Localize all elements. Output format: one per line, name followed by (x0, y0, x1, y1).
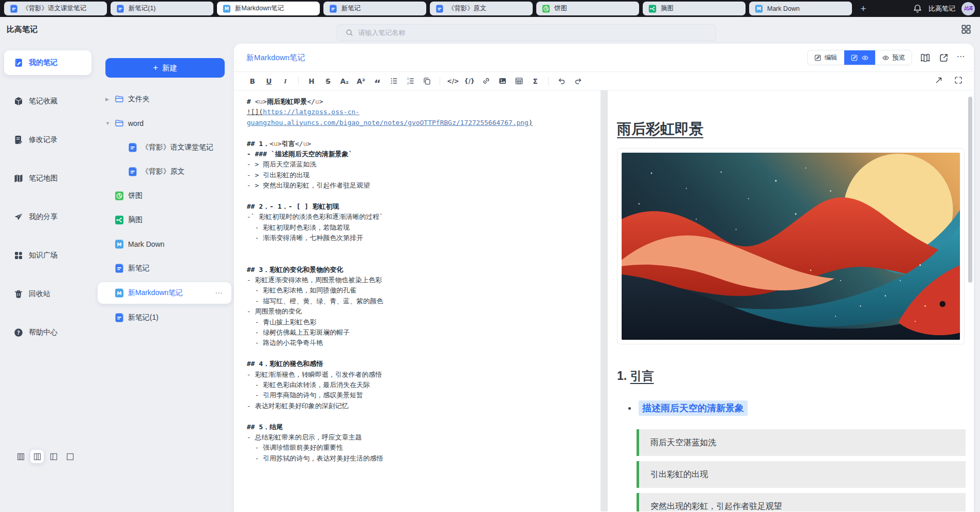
tab-label: 《背影》语文课堂笔记 (22, 4, 86, 13)
note-title: 新Markdown笔记 (246, 53, 305, 63)
sidebar-item-history[interactable]: 修改记录 (4, 127, 92, 152)
window-tab-6[interactable]: 脑图 (643, 2, 746, 15)
open-external-icon[interactable] (938, 52, 949, 63)
window-tab-5[interactable]: 饼图 (536, 2, 639, 15)
toolbar-right-controls (934, 76, 965, 86)
tree-item-8[interactable]: M新Markdown笔记⋯ (98, 282, 231, 304)
editor-line (247, 411, 601, 422)
redo-button[interactable] (571, 75, 585, 88)
tree-item-3[interactable]: 《背影》原文 (98, 161, 231, 182)
editor-scrollbar[interactable] (601, 90, 608, 511)
sidebar-item-send[interactable]: 我的分享 (4, 205, 92, 229)
sidebar-item-label: 我的笔记 (29, 58, 58, 67)
split-mode-button[interactable] (844, 50, 876, 65)
trash-icon (13, 289, 24, 299)
sidebar-item-notebook[interactable]: 我的笔记 (4, 50, 92, 75)
redo-icon (574, 77, 583, 85)
search-bar[interactable] (337, 24, 716, 41)
strikethrough-button[interactable]: S (321, 75, 335, 88)
tree-item-1[interactable]: ▼word (98, 113, 231, 134)
code-block-button[interactable]: {/} (462, 75, 477, 88)
notification-bell-icon[interactable] (913, 4, 922, 13)
tree-item-5[interactable]: 脑图 (98, 210, 231, 230)
window-tab-0[interactable]: 《背影》语文课堂笔记 (4, 2, 107, 15)
preview-mode-button[interactable]: 预览 (876, 50, 912, 65)
table-button[interactable] (512, 75, 526, 88)
layout-1col-button[interactable] (63, 450, 77, 463)
sidebar-item-label: 知识广场 (29, 251, 58, 260)
image-button[interactable] (495, 75, 510, 88)
window-tab-4[interactable]: 《背影》原文 (430, 2, 533, 15)
markdown-preview: 雨后彩虹即景 (608, 90, 974, 511)
task-copy-button[interactable] (420, 75, 434, 88)
doc-file-icon (435, 5, 444, 13)
new-note-button[interactable]: + 新建 (105, 58, 225, 78)
sidebar-item-box[interactable]: 笔记收藏 (4, 89, 92, 114)
search-input[interactable] (358, 29, 667, 36)
sidebar-item-grid[interactable]: 知识广场 (4, 243, 92, 268)
formula-button[interactable]: Σ (528, 75, 542, 88)
blockquote-button[interactable]: “ (370, 75, 385, 88)
underline-button[interactable]: U (262, 75, 276, 88)
tree-item-4[interactable]: 饼图 (98, 186, 231, 206)
outline-map-icon[interactable] (920, 52, 931, 63)
preview-blockquote: 突然出现的彩虹，引起作者驻足观望 (637, 493, 966, 511)
tree-item-2[interactable]: 《背影》语文课堂笔记 (98, 137, 231, 158)
tree-item-0[interactable]: ▶文件夹 (98, 89, 231, 109)
note-header: 新Markdown笔记 编辑 预览 (234, 44, 974, 72)
editor-line: -` 彩虹初现时的淡淡色彩和逐渐清晰的过程` (247, 212, 601, 222)
tab-label: 新Markdown笔记 (235, 4, 284, 13)
preview-scrollbar-thumb[interactable] (968, 97, 972, 283)
tree-item-9[interactable]: 新笔记(1) (98, 307, 231, 328)
sidebar-item-map[interactable]: 笔记地图 (4, 166, 92, 191)
sidebar-item-trash[interactable]: 回收站 (4, 282, 92, 306)
bold-icon: B (250, 77, 255, 85)
bullet-list-button[interactable] (387, 75, 401, 88)
doc-file-icon (116, 5, 124, 13)
bold-button[interactable]: B (245, 75, 260, 88)
map-icon (13, 173, 24, 184)
layout-2col-button[interactable] (47, 450, 60, 463)
user-avatar[interactable]: 比高 (961, 2, 975, 15)
subscript-button[interactable]: A₂ (337, 75, 352, 88)
italic-button[interactable]: I (278, 75, 293, 88)
tree-item-6[interactable]: MMark Down (98, 234, 231, 254)
window-tab-2[interactable]: M新Markdown笔记 (217, 2, 320, 15)
item-more-button[interactable]: ⋯ (215, 288, 223, 298)
tree-item-7[interactable]: 新笔记 (98, 258, 231, 279)
editor-line: - 彩虹色彩浓艳，如同骄傲的孔雀 (247, 285, 601, 296)
chevron-down-icon[interactable]: ▼ (105, 121, 112, 126)
preview-blockquote: 引出彩虹的出现 (637, 461, 966, 488)
tree-item-label: 文件夹 (128, 95, 150, 104)
heading-button[interactable]: H (304, 75, 319, 88)
eye-icon (861, 54, 869, 62)
editor-line: - > 引出彩虹的出现 (247, 170, 601, 180)
undo-button[interactable] (554, 75, 569, 88)
inline-code-button[interactable]: </> (446, 75, 460, 88)
ordered-list-button[interactable]: 12 (403, 75, 418, 88)
view-mode-switch: 编辑 预览 (807, 50, 912, 65)
send-icon (13, 212, 24, 222)
expand-editor-icon[interactable] (934, 76, 945, 86)
layout-3col-button[interactable] (30, 450, 44, 463)
editor-line: ## 5．结尾 (247, 422, 601, 432)
apps-grid-icon[interactable] (960, 24, 972, 35)
window-tab-3[interactable]: 新笔记 (323, 2, 426, 15)
more-options-button[interactable]: ⋯ (957, 51, 966, 64)
fullscreen-icon[interactable] (954, 76, 965, 86)
sidebar-item-help[interactable]: ?帮助中心 (4, 320, 92, 345)
window-tab-7[interactable]: MMark Down (749, 2, 852, 15)
markdown-file-icon: M (115, 240, 124, 249)
editor-line: - 彩虹初现时色彩淡，若隐若现 (247, 223, 601, 233)
preview-image[interactable] (617, 148, 965, 344)
edit-mode-button[interactable]: 编辑 (808, 50, 844, 65)
layout-4col-button[interactable] (14, 450, 27, 463)
superscript-button[interactable]: A² (354, 75, 368, 88)
window-tab-1[interactable]: 新笔记(1) (111, 2, 213, 15)
chevron-right-icon[interactable]: ▶ (105, 97, 112, 102)
markdown-editor[interactable]: # <u>雨后彩虹即景</u>![](https://latgzoss.oss-… (234, 90, 601, 511)
link-button[interactable] (479, 75, 493, 88)
add-tab-button[interactable]: + (857, 3, 869, 14)
history-icon (13, 135, 24, 145)
editor-line: - 渐渐变得清晰，七种颜色次第排开 (247, 233, 601, 243)
